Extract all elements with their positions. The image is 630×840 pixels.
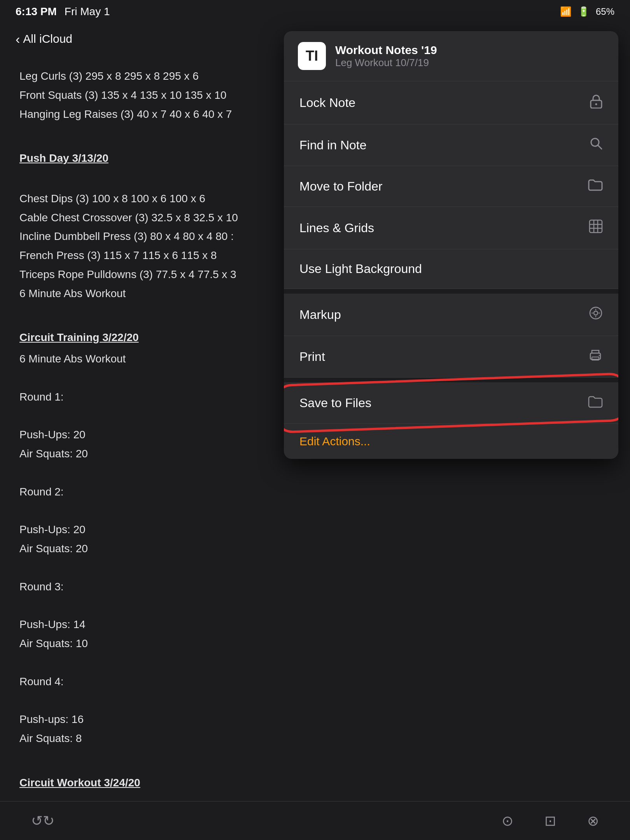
save-to-files-item[interactable]: Save to Files [284, 382, 618, 424]
use-light-background-label: Use Light Background [299, 262, 422, 276]
note-line: Round 4: [19, 673, 611, 691]
status-bar: 6:13 PM Fri May 1 📶 🔋 65% [0, 0, 630, 23]
find-in-note-item[interactable]: Find in Note [284, 124, 618, 166]
svg-point-13 [599, 355, 600, 356]
menu-group-3: Markup Print [284, 294, 618, 378]
menu-header: TI Workout Notes '19 Leg Workout 10/7/19 [284, 31, 618, 81]
battery-percentage: 65% [596, 6, 614, 17]
note-icon: TI [298, 42, 326, 70]
status-icons: 📶 🔋 65% [560, 6, 614, 17]
svg-line-3 [598, 145, 602, 149]
svg-rect-4 [590, 220, 602, 233]
camera-icon[interactable]: ⊡ [544, 813, 556, 829]
find-in-note-label: Find in Note [299, 138, 367, 152]
section-title: Circuit Workout 3/24/20 [19, 774, 611, 792]
edit-actions-section: Edit Actions... [284, 424, 618, 459]
note-line: Air Squats: 8 [19, 730, 611, 747]
menu-section-gap [284, 289, 618, 294]
redo-icon[interactable]: ↻ [43, 813, 54, 829]
menu-section-gap-2 [284, 378, 618, 382]
chevron-left-icon: ‹ [16, 32, 20, 47]
note-line: Push-ups: 16 [19, 711, 611, 728]
lines-grids-label: Lines & Grids [299, 221, 374, 235]
use-light-background-item[interactable]: Use Light Background [284, 249, 618, 289]
menu-note-subtitle: Leg Workout 10/7/19 [335, 57, 437, 69]
svg-point-10 [594, 311, 598, 315]
svg-point-1 [595, 103, 597, 105]
wifi-icon: 📶 [560, 6, 572, 17]
lock-note-item[interactable]: Lock Note [284, 81, 618, 124]
back-label: All iCloud [23, 32, 72, 46]
pen-icon[interactable]: ⊗ [587, 813, 599, 829]
print-item[interactable]: Print [284, 336, 618, 377]
search-icon [590, 137, 603, 153]
note-line: Round 3: [19, 578, 611, 596]
save-files-folder-icon [588, 395, 603, 411]
bottom-bar: ↺ ↻ ⊙ ⊡ ⊗ [0, 801, 630, 840]
status-date: Fri May 1 [65, 5, 110, 18]
lock-icon [590, 94, 603, 112]
menu-group-2: Move to Folder Lines & Grids Use Light [284, 166, 618, 289]
grid-icon [589, 219, 603, 236]
note-line: Push-Ups: 14 [19, 616, 611, 634]
print-label: Print [299, 350, 325, 364]
checkmark-icon[interactable]: ⊙ [502, 813, 513, 829]
menu-note-title: Workout Notes '19 [335, 44, 437, 57]
menu-group-1: Lock Note Find in Note [284, 81, 618, 166]
move-to-folder-item[interactable]: Move to Folder [284, 166, 618, 207]
markup-label: Markup [299, 308, 341, 322]
edit-actions-link[interactable]: Edit Actions... [299, 435, 370, 448]
note-line: Air Squats: 10 [19, 635, 611, 653]
folder-icon [588, 178, 603, 194]
markup-item[interactable]: Markup [284, 294, 618, 336]
undo-icon[interactable]: ↺ [31, 813, 43, 829]
note-line: Air Squats: 20 [19, 540, 611, 558]
back-button[interactable]: ‹ All iCloud [16, 32, 72, 47]
markup-icon [589, 306, 603, 323]
save-to-files-label: Save to Files [299, 396, 371, 410]
battery-icon: 🔋 [578, 6, 590, 17]
print-icon [588, 348, 603, 365]
menu-header-text: Workout Notes '19 Leg Workout 10/7/19 [335, 44, 437, 69]
move-to-folder-label: Move to Folder [299, 179, 382, 194]
lock-note-label: Lock Note [299, 96, 355, 110]
lines-grids-item[interactable]: Lines & Grids [284, 207, 618, 249]
status-time: 6:13 PM [16, 5, 57, 18]
menu-group-4: Save to Files [284, 382, 618, 424]
note-line: Push-Ups: 20 [19, 521, 611, 539]
note-line: Round 2: [19, 483, 611, 501]
context-menu: TI Workout Notes '19 Leg Workout 10/7/19… [284, 31, 618, 459]
